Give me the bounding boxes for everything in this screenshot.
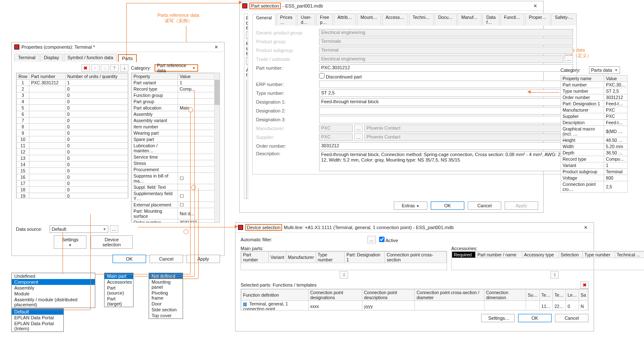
col-header[interactable]: Row [17,73,29,80]
col-header[interactable]: Required [452,252,476,258]
table-row[interactable]: Stress [132,160,220,167]
table-row[interactable]: 140 [17,162,128,168]
table-row[interactable]: Assembly variant [132,117,220,124]
dropdown-item[interactable]: Mounting panel [149,279,183,290]
cancel-button[interactable]: Cancel [555,314,589,322]
table-row[interactable]: Procurement [132,167,220,173]
record-type-options[interactable]: UndefinedComponentAssemblyModuleAssembly… [11,273,95,308]
col-header[interactable]: Part number / name [476,252,522,258]
cell[interactable] [526,301,539,311]
table-row[interactable]: Part allocationMain [132,105,220,111]
desig3-field[interactable] [319,116,573,123]
col-header[interactable]: Technical ... [615,252,644,258]
tree-node[interactable]: −Light [246,137,247,143]
table-row[interactable]: 190 [17,193,128,199]
col-header[interactable]: Connection point descriptions [362,290,414,301]
col-header[interactable]: Te… [539,290,552,301]
cell[interactable]: N [579,301,588,311]
erp-field[interactable] [319,81,573,88]
scrollbar[interactable] [214,73,220,222]
tree-node[interactable]: −Connections [246,112,247,118]
field-filter-combo[interactable]: - Not activated -▼ [246,31,248,39]
part-number-field[interactable]: PXC.3031212 [319,64,573,72]
dropdown-item[interactable]: Pivoting frame [149,290,183,301]
cell[interactable] [415,301,484,311]
tree-node[interactable]: −Relays, contac [246,193,247,199]
detail-tab[interactable]: Docu… [435,13,457,26]
table-row[interactable]: 160 [17,174,128,180]
dropdown-item[interactable]: Part (target) [105,296,133,307]
col-header[interactable]: Connection point cross-section [385,252,447,263]
extras-button[interactable]: Extras ▼ [394,201,427,210]
trade-btn[interactable]: … [565,55,573,63]
col-header[interactable]: Number of units / quantity [65,73,128,80]
detail-tab[interactable]: Data f… [482,13,499,26]
tree-node[interactable]: −Motors [246,162,247,168]
col-header[interactable]: Accessory type [522,252,559,258]
close-icon[interactable]: × [211,44,222,50]
apply-button[interactable]: Apply [186,255,220,263]
col-header[interactable]: Variant [269,252,286,263]
detail-tab[interactable]: Safety-… [551,13,577,26]
tree-node[interactable]: −Power switchg [246,181,247,187]
detail-tab[interactable]: Mount… [357,13,381,26]
cell[interactable]: Terminal, general, 1 connection point [241,301,309,311]
table-row[interactable]: Part variant1 [132,80,220,86]
col-header[interactable]: Te… [552,290,565,301]
detail-tab[interactable]: Prices … [276,13,296,26]
table-row[interactable]: 120 [17,149,128,155]
col-header[interactable]: Su… [526,290,539,301]
table-row[interactable]: 100 [17,136,128,143]
table-row[interactable]: Function group [132,92,220,99]
table-row[interactable]: Record typeComp... [132,86,220,92]
col-header[interactable]: Property [132,73,178,80]
cell[interactable]: 22… [552,301,565,311]
cancel-button[interactable]: Cancel [468,201,501,210]
tree-node[interactable]: −Inductors [246,130,247,137]
detail-tab[interactable]: Free p… [316,13,333,26]
arrow-down-icon[interactable]: ↓ [101,64,109,72]
table-row[interactable]: 90 [17,130,128,136]
device-selection-button[interactable]: Device selection [91,235,133,249]
col-header[interactable]: Connection point designations [308,290,362,301]
dropdown-item[interactable]: Assembly [12,285,95,291]
dropdown-item[interactable]: Undefined [12,273,95,279]
table-row[interactable]: 170 [17,180,128,187]
cell[interactable]: 0 [565,301,579,311]
delete-icon[interactable]: ✖ [81,64,90,72]
close-icon[interactable]: × [580,224,591,231]
cell[interactable]: yyyy [362,301,414,311]
table-row[interactable]: Order number3031212 [132,219,220,223]
col-header[interactable]: Selection [559,252,583,258]
col-header[interactable]: Function definition [241,290,309,301]
table-row[interactable]: 80 [17,124,128,130]
tree-node[interactable]: −Protection de [246,187,247,193]
col-header[interactable]: Sa [579,290,588,301]
col-header[interactable]: Part number [241,252,269,263]
table-row[interactable]: Suppress in bill of ma…☐ [132,173,220,184]
table-row[interactable]: Service time [132,154,220,160]
part-allocation-options[interactable]: Main partAccessoriesPart (source)Part (t… [104,273,134,307]
table-row[interactable]: 60 [17,111,128,117]
parts-list-table[interactable]: RowPart numberNumber of units / quantity… [16,73,128,198]
dropdown-item[interactable]: EPLAN Data Portal (Intern) [12,321,63,331]
table-row[interactable]: External placement☐ [132,202,220,208]
tree-node[interactable]: −Electrical engi [246,124,247,130]
tab-terminal[interactable]: Terminal [14,54,39,62]
tree-node[interactable]: −Logic items [246,143,247,149]
tab-display[interactable]: Display [40,54,63,62]
cell[interactable]: xxxx [308,301,362,311]
arrow-up-icon[interactable]: ↑ [91,64,99,72]
detail-tab[interactable]: Attrib… [334,13,356,26]
tree-node[interactable]: −Assembly [246,93,247,99]
table-row[interactable]: 130 [17,155,128,162]
col-header[interactable]: Connection point cross-section / diamete… [415,290,484,301]
dropdown-item[interactable]: EPLAN Data Portal [12,315,63,321]
detail-tab[interactable]: Proper… [525,13,550,26]
col-header[interactable]: Value [178,73,220,80]
dropdown-item[interactable]: Assembly / module (distributed placement… [12,297,95,308]
active-checkbox[interactable]: Active [379,237,398,243]
table-row[interactable]: Supplementary field Y…☐ [132,190,220,202]
type-number-field[interactable]: ST 2,5 [319,89,573,97]
tree-node[interactable]: −Converters [246,118,247,124]
